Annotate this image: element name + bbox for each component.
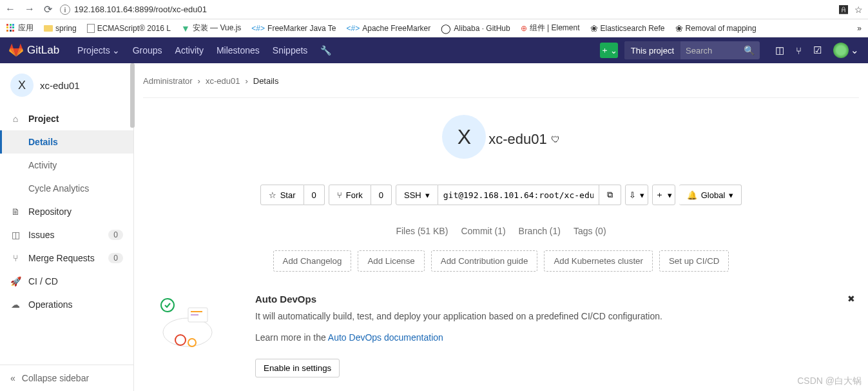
sidebar-item-operations[interactable]: ☁Operations — [0, 293, 133, 316]
sidebar-sub-details[interactable]: Details — [0, 130, 133, 154]
bookmark-item[interactable]: <#>FreeMarker Java Te — [251, 24, 336, 33]
bookmarks-bar: 应用 spring ECMAScript® 2016 L ▼安装 — Vue.j… — [0, 19, 868, 37]
gitlab-top-nav: GitLab Projects ⌄ Groups Activity Milest… — [0, 37, 868, 63]
favorite-icon[interactable]: ☆ — [854, 5, 863, 15]
chevron-down-icon: ⌄ — [112, 45, 120, 55]
nav-groups[interactable]: Groups — [133, 45, 162, 55]
breadcrumb: Administrator › xc-edu01 › Details — [143, 71, 859, 98]
close-icon[interactable]: ✖ — [847, 294, 855, 304]
bookmark-item[interactable]: <#>Apache FreeMarker — [347, 24, 431, 33]
breadcrumb-admin[interactable]: Administrator — [143, 76, 193, 86]
auto-devops-banner: Auto DevOps It will automatically build,… — [143, 287, 859, 384]
reload-icon[interactable]: ⟳ — [44, 3, 52, 15]
copy-url-button[interactable]: ⧉ — [599, 185, 621, 205]
project-name: xc-edu01 — [40, 80, 80, 91]
add-dropdown[interactable]: ＋ ▾ — [652, 185, 675, 205]
address-bar[interactable]: i 192.168.101.64:8899/root/xc-edu01 — [60, 5, 831, 15]
issues-count: 0 — [108, 230, 123, 240]
stat-files[interactable]: Files (51 KB) — [396, 226, 448, 236]
star-count[interactable]: 0 — [304, 185, 325, 205]
add-contribution-button[interactable]: Add Contribution guide — [431, 250, 538, 272]
sidebar-item-issues[interactable]: ◫Issues0 — [0, 223, 133, 246]
sidebar-sub-cycle[interactable]: Cycle Analytics — [0, 177, 133, 200]
project-hero: X xc-edu01 🛡 — [143, 98, 859, 173]
url-text: 192.168.101.64:8899/root/xc-edu01 — [74, 5, 207, 14]
project-actions: ☆Star 0 ⑂Fork 0 SSH▾ ⧉ ⇩ ▾ ＋ ▾ 🔔Global ▾ — [143, 185, 859, 205]
search-scope[interactable]: This project — [624, 41, 680, 59]
breadcrumb-current: Details — [253, 76, 279, 86]
browser-toolbar: ← → ⟳ i 192.168.101.64:8899/root/xc-edu0… — [0, 0, 868, 19]
new-button[interactable]: ＋⌄ — [600, 43, 618, 58]
forward-icon[interactable]: → — [24, 3, 35, 15]
download-icon: ⇩ — [629, 190, 636, 200]
chevron-down-icon: ▾ — [425, 190, 430, 200]
add-changelog-button[interactable]: Add Changelog — [273, 250, 352, 272]
issues-icon[interactable]: ◫ — [775, 45, 784, 56]
apps-shortcut[interactable]: 应用 — [6, 23, 34, 34]
star-button[interactable]: ☆Star — [260, 185, 304, 205]
user-menu[interactable]: ⌄ — [833, 43, 859, 58]
sidebar: X xc-edu01 ⌂ Project Details Activity Cy… — [0, 63, 134, 391]
setup-cicd-button[interactable]: Set up CI/CD — [659, 250, 729, 272]
search-icon[interactable]: 🔍 — [738, 45, 760, 55]
bookmarks-overflow-icon[interactable]: » — [857, 24, 862, 33]
sidebar-item-repository[interactable]: 🗎Repository — [0, 200, 133, 223]
avatar — [833, 43, 849, 58]
notifications-dropdown[interactable]: 🔔Global ▾ — [679, 185, 742, 205]
shield-icon: 🛡 — [551, 134, 560, 145]
sidebar-sub-activity[interactable]: Activity — [0, 154, 133, 177]
bookmark-item[interactable]: spring — [44, 24, 77, 33]
bookmark-item[interactable]: ECMAScript® 2016 L — [87, 24, 171, 33]
nav-snippets[interactable]: Snippets — [273, 45, 307, 55]
stat-commit[interactable]: Commit (1) — [461, 226, 505, 236]
home-icon: ⌂ — [10, 114, 21, 124]
gitlab-logo[interactable]: GitLab — [9, 43, 59, 57]
search-input[interactable] — [680, 46, 738, 55]
chevron-down-icon: ⌄ — [851, 45, 859, 56]
stat-branch[interactable]: Branch (1) — [519, 226, 561, 236]
fork-count[interactable]: 0 — [371, 185, 392, 205]
bookmark-item[interactable]: ◯Alibaba · GitHub — [441, 23, 510, 34]
bookmark-item[interactable]: ❀Removal of mapping — [675, 23, 757, 34]
doc-icon: 🗎 — [10, 206, 21, 217]
site-info-icon[interactable]: i — [60, 5, 70, 15]
nav-milestones[interactable]: Milestones — [217, 45, 260, 55]
sidebar-item-merge-requests[interactable]: ⑂Merge Requests0 — [0, 246, 133, 270]
bookmark-item[interactable]: ❀Elasticsearch Refe — [590, 23, 665, 34]
svg-point-0 — [163, 318, 212, 346]
sidebar-project-header[interactable]: X xc-edu01 — [0, 63, 133, 107]
protocol-dropdown[interactable]: SSH▾ — [396, 185, 438, 205]
watermark: CSDN @白大锅 — [797, 376, 862, 387]
merge-requests-icon[interactable]: ⑂ — [796, 45, 802, 56]
stat-tags[interactable]: Tags (0) — [574, 226, 606, 236]
back-icon[interactable]: ← — [5, 3, 15, 15]
bookmark-item[interactable]: ▼安装 — Vue.js — [181, 23, 241, 34]
nav-activity[interactable]: Activity — [175, 45, 204, 55]
collapse-sidebar[interactable]: «Collapse sidebar — [0, 365, 133, 391]
translate-icon[interactable]: 🅰 — [839, 5, 848, 15]
project-avatar-large: X — [442, 115, 486, 159]
add-kubernetes-button[interactable]: Add Kubernetes cluster — [544, 250, 653, 272]
auto-devops-doc-link[interactable]: Auto DevOps documentation — [328, 332, 443, 343]
breadcrumb-project[interactable]: xc-edu01 — [206, 76, 240, 86]
download-dropdown[interactable]: ⇩ ▾ — [625, 185, 648, 205]
nav-projects[interactable]: Projects ⌄ — [77, 45, 120, 55]
chevron-left-icon: « — [10, 373, 15, 383]
bookmark-item[interactable]: ⊕组件 | Element — [521, 23, 580, 34]
auto-devops-title: Auto DevOps — [255, 294, 662, 305]
auto-devops-learn: Learn more in the Auto DevOps documentat… — [255, 331, 662, 345]
fork-button[interactable]: ⑂Fork — [329, 185, 371, 205]
add-license-button[interactable]: Add License — [358, 250, 424, 272]
project-stats: Files (51 KB) Commit (1) Branch (1) Tags… — [143, 217, 859, 245]
chevron-right-icon: › — [245, 76, 247, 86]
enable-settings-button[interactable]: Enable in settings — [255, 359, 340, 377]
sidebar-item-project[interactable]: ⌂ Project — [0, 107, 133, 130]
clone-url-input[interactable] — [438, 185, 599, 205]
search-box[interactable]: This project 🔍 — [624, 41, 760, 59]
chevron-down-icon: ▾ — [640, 190, 644, 200]
issues-icon: ◫ — [10, 230, 21, 240]
admin-wrench-icon[interactable]: 🔧 — [320, 45, 331, 55]
todos-icon[interactable]: ☑ — [813, 45, 822, 56]
bell-icon: 🔔 — [687, 190, 697, 200]
sidebar-item-cicd[interactable]: 🚀CI / CD — [0, 270, 133, 293]
